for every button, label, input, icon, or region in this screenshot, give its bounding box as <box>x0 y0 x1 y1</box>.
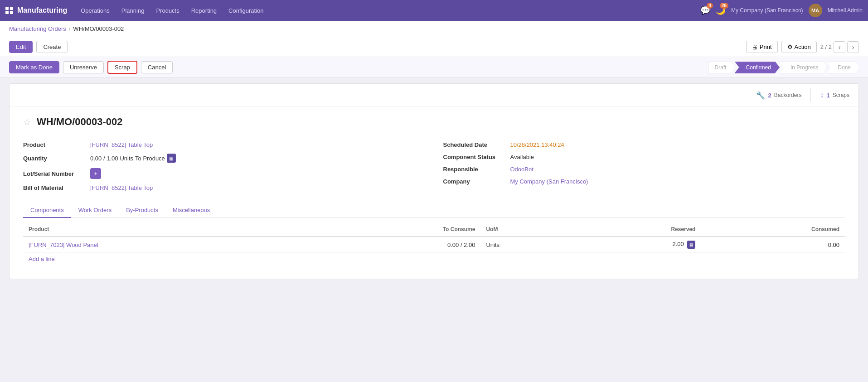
logo-grid-icon <box>5 7 14 14</box>
responsible-label: Responsible <box>443 166 507 173</box>
tab-components[interactable]: Components <box>23 203 71 218</box>
quantity-field: Quantity 0.00 / 1.00 Units To Produce ▦ <box>23 151 425 165</box>
nav-item-operations[interactable]: Operations <box>75 0 115 21</box>
create-button[interactable]: Create <box>36 41 68 53</box>
company-field: Company My Company (San Francisco) <box>443 175 845 188</box>
app-logo[interactable]: Manufacturing <box>5 6 67 15</box>
quantity-action: To Produce <box>135 155 165 162</box>
username: Mitchell Admin <box>828 7 863 14</box>
nav-item-reporting[interactable]: Reporting <box>186 0 222 21</box>
nav-menu: Operations Planning Products Reporting C… <box>75 0 697 21</box>
lot-serial-add-button[interactable]: + <box>90 168 101 179</box>
breadcrumb-parent[interactable]: Manufacturing Orders <box>9 25 66 32</box>
product-value[interactable]: [FURN_8522] Table Top <box>90 141 153 148</box>
messages-count: 4 <box>707 3 713 9</box>
pipeline-step-draft[interactable]: Draft <box>708 62 735 73</box>
lot-serial-field: Lot/Serial Number + <box>23 165 425 182</box>
wrench-icon: 🔧 <box>756 91 765 100</box>
backorders-metric[interactable]: 🔧 2 Backorders <box>756 88 801 102</box>
unreserve-button[interactable]: Unreserve <box>63 61 104 73</box>
app-name: Manufacturing <box>17 6 67 15</box>
col-consumed: Consumed <box>701 222 845 237</box>
print-button[interactable]: 🖨 Print <box>746 41 778 53</box>
bill-of-material-label: Bill of Material <box>23 184 87 191</box>
favorite-star-icon[interactable]: ☆ <box>23 116 31 127</box>
company-label: Company <box>443 178 507 185</box>
pipeline-step-done[interactable]: Done <box>826 62 859 73</box>
scheduled-date-field: Scheduled Date 10/28/2021 13:40:24 <box>443 139 845 151</box>
bill-of-material-value[interactable]: [FURN_8522] Table Top <box>90 184 153 191</box>
tabs-header: Components Work Orders By-Products Misce… <box>23 203 845 218</box>
product-label: Product <box>23 141 87 148</box>
nav-right-area: 💬 4 🌙 26 My Company (San Francisco) MA M… <box>700 4 863 17</box>
tabs-section: Components Work Orders By-Products Misce… <box>23 203 845 265</box>
next-page-button[interactable]: › <box>847 41 859 53</box>
tab-by-products[interactable]: By-Products <box>119 203 165 218</box>
messages-badge[interactable]: 💬 4 <box>700 5 710 15</box>
row-consumed: 0.00 <box>701 237 845 253</box>
scheduled-date-value: 10/28/2021 13:40:24 <box>510 141 564 148</box>
form-fields: Product [FURN_8522] Table Top Quantity 0… <box>23 139 845 194</box>
prev-page-button[interactable]: ‹ <box>834 41 845 53</box>
mark-as-done-button[interactable]: Mark as Done <box>9 61 59 73</box>
user-avatar[interactable]: MA <box>809 4 822 17</box>
nav-item-planning[interactable]: Planning <box>116 0 150 21</box>
component-status-label: Component Status <box>443 154 507 160</box>
tab-miscellaneous[interactable]: Miscellaneous <box>165 203 217 218</box>
col-product: Product <box>23 222 320 237</box>
quantity-inline: 0.00 / 1.00 Units To Produce ▦ <box>90 154 176 163</box>
activities-badge[interactable]: 🌙 26 <box>716 5 726 15</box>
col-to-consume: To Consume <box>320 222 481 237</box>
cancel-button[interactable]: Cancel <box>141 61 173 73</box>
lot-serial-label: Lot/Serial Number <box>23 170 87 177</box>
form-fields-right: Scheduled Date 10/28/2021 13:40:24 Compo… <box>443 139 845 194</box>
gear-icon: ⚙ <box>787 44 793 50</box>
col-reserved: Reserved <box>570 222 701 237</box>
scheduled-date-label: Scheduled Date <box>443 141 507 148</box>
pipeline-step-confirmed[interactable]: Confirmed <box>735 62 780 73</box>
main-toolbar: Edit Create 🖨 Print ⚙ Action 2 / 2 ‹ › <box>0 37 868 57</box>
edit-button[interactable]: Edit <box>9 41 33 53</box>
component-status-field: Component Status Available <box>443 151 845 163</box>
scrap-button[interactable]: Scrap <box>107 61 137 74</box>
status-pipeline: Draft Confirmed In Progress Done <box>708 62 859 73</box>
activities-count: 26 <box>720 3 728 9</box>
form-fields-left: Product [FURN_8522] Table Top Quantity 0… <box>23 139 425 194</box>
bill-of-material-field: Bill of Material [FURN_8522] Table Top <box>23 182 425 194</box>
responsible-field: Responsible OdooBot <box>443 163 845 175</box>
pipeline-step-in-progress[interactable]: In Progress <box>779 62 827 73</box>
tab-work-orders[interactable]: Work Orders <box>71 203 119 218</box>
reserved-chart-button[interactable]: ▦ <box>687 241 695 249</box>
responsible-value[interactable]: OdooBot <box>510 166 533 173</box>
record-title: WH/MO/00003-002 <box>37 116 123 128</box>
quantity-chart-button[interactable]: ▦ <box>167 154 176 163</box>
top-metrics: 🔧 2 Backorders ↕ 1 Scraps <box>10 84 858 107</box>
form-title-row: ☆ WH/MO/00003-002 <box>23 116 845 128</box>
add-line-button[interactable]: Add a line <box>23 253 60 265</box>
row-product-link[interactable]: [FURN_7023] Wood Panel <box>29 242 98 248</box>
pagination: 2 / 2 ‹ › <box>820 41 859 53</box>
form-body: ☆ WH/MO/00003-002 Product [FURN_8522] Ta… <box>10 107 858 279</box>
nav-item-products[interactable]: Products <box>150 0 184 21</box>
nav-item-configuration[interactable]: Configuration <box>223 0 269 21</box>
table-row: [FURN_7023] Wood Panel 0.00 / 2.00 Units… <box>23 237 845 253</box>
top-navigation: Manufacturing Operations Planning Produc… <box>0 0 868 21</box>
components-table: Product To Consume UoM Reserved <box>23 222 845 253</box>
breadcrumb-separator: / <box>69 25 71 32</box>
print-icon: 🖨 <box>752 44 758 50</box>
company-value[interactable]: My Company (San Francisco) <box>510 178 588 185</box>
backorders-label: Backorders <box>774 92 802 98</box>
row-to-consume: 0.00 / 2.00 <box>320 237 481 253</box>
action-button[interactable]: ⚙ Action <box>781 41 817 53</box>
scraps-icon: ↕ <box>820 91 824 99</box>
row-reserved: 2.00 ▦ <box>570 237 701 253</box>
scraps-metric[interactable]: ↕ 1 Scraps <box>820 88 849 102</box>
status-toolbar: Mark as Done Unreserve Scrap Cancel Draf… <box>0 57 868 78</box>
company-name: My Company (San Francisco) <box>731 7 803 14</box>
breadcrumb: Manufacturing Orders / WH/MO/00003-002 <box>0 21 868 37</box>
row-product: [FURN_7023] Wood Panel <box>23 237 320 253</box>
form-card: 🔧 2 Backorders ↕ 1 Scraps ☆ WH/MO/00003-… <box>9 83 859 279</box>
metrics-separator <box>810 88 811 102</box>
col-uom: UoM <box>480 222 570 237</box>
scraps-count: 1 <box>826 92 829 99</box>
